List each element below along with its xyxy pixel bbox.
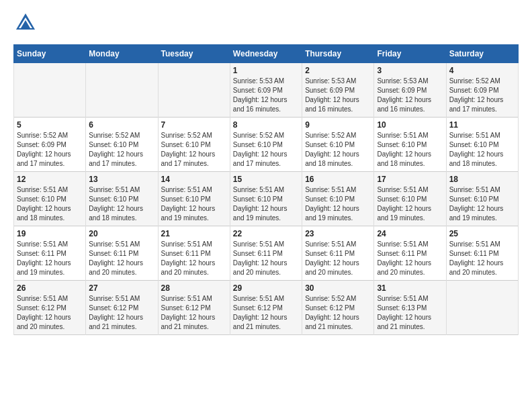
calendar-cell: 18Sunrise: 5:51 AM Sunset: 6:10 PM Dayli… <box>446 172 518 226</box>
calendar-cell: 14Sunrise: 5:51 AM Sunset: 6:10 PM Dayli… <box>158 172 230 226</box>
calendar-week-row: 12Sunrise: 5:51 AM Sunset: 6:10 PM Dayli… <box>14 172 519 226</box>
calendar-cell: 7Sunrise: 5:52 AM Sunset: 6:10 PM Daylig… <box>158 118 230 172</box>
day-number: 20 <box>89 229 154 238</box>
day-info: Sunrise: 5:51 AM Sunset: 6:11 PM Dayligh… <box>449 240 515 277</box>
calendar-cell: 6Sunrise: 5:52 AM Sunset: 6:10 PM Daylig… <box>86 118 158 172</box>
calendar-table: SundayMondayTuesdayWednesdayThursdayFrid… <box>13 44 519 335</box>
day-number: 5 <box>17 120 83 130</box>
day-info: Sunrise: 5:51 AM Sunset: 6:10 PM Dayligh… <box>161 185 227 223</box>
calendar-week-row: 26Sunrise: 5:51 AM Sunset: 6:12 PM Dayli… <box>14 281 519 335</box>
day-info: Sunrise: 5:51 AM Sunset: 6:10 PM Dayligh… <box>449 185 515 223</box>
day-number: 27 <box>89 283 154 293</box>
header-friday: Friday <box>374 45 446 63</box>
day-info: Sunrise: 5:52 AM Sunset: 6:10 PM Dayligh… <box>305 131 371 169</box>
page-header <box>13 11 519 38</box>
day-info: Sunrise: 5:51 AM Sunset: 6:10 PM Dayligh… <box>377 185 443 223</box>
day-info: Sunrise: 5:51 AM Sunset: 6:13 PM Dayligh… <box>377 294 443 332</box>
day-info: Sunrise: 5:52 AM Sunset: 6:10 PM Dayligh… <box>161 131 227 169</box>
day-info: Sunrise: 5:51 AM Sunset: 6:12 PM Dayligh… <box>17 294 83 332</box>
calendar-cell: 30Sunrise: 5:52 AM Sunset: 6:12 PM Dayli… <box>302 281 374 335</box>
day-info: Sunrise: 5:51 AM Sunset: 6:11 PM Dayligh… <box>377 240 443 277</box>
calendar-cell: 2Sunrise: 5:53 AM Sunset: 6:09 PM Daylig… <box>302 63 374 118</box>
calendar-header-row: SundayMondayTuesdayWednesdayThursdayFrid… <box>14 45 519 63</box>
day-number: 4 <box>449 66 515 75</box>
calendar-cell: 23Sunrise: 5:51 AM Sunset: 6:11 PM Dayli… <box>302 226 374 281</box>
calendar-cell: 17Sunrise: 5:51 AM Sunset: 6:10 PM Dayli… <box>374 172 446 226</box>
day-info: Sunrise: 5:53 AM Sunset: 6:09 PM Dayligh… <box>233 77 299 114</box>
calendar-cell: 11Sunrise: 5:51 AM Sunset: 6:10 PM Dayli… <box>446 118 518 172</box>
day-number: 8 <box>233 120 299 130</box>
calendar-cell: 5Sunrise: 5:52 AM Sunset: 6:09 PM Daylig… <box>14 118 86 172</box>
calendar-cell <box>158 63 230 118</box>
header-sunday: Sunday <box>14 45 86 63</box>
day-number: 31 <box>377 283 443 293</box>
day-info: Sunrise: 5:52 AM Sunset: 6:10 PM Dayligh… <box>233 131 299 169</box>
day-info: Sunrise: 5:51 AM Sunset: 6:10 PM Dayligh… <box>449 131 515 169</box>
calendar-week-row: 1Sunrise: 5:53 AM Sunset: 6:09 PM Daylig… <box>14 63 519 118</box>
header-saturday: Saturday <box>446 45 518 63</box>
calendar-cell: 8Sunrise: 5:52 AM Sunset: 6:10 PM Daylig… <box>230 118 302 172</box>
day-number: 9 <box>305 120 371 130</box>
calendar-cell: 21Sunrise: 5:51 AM Sunset: 6:11 PM Dayli… <box>158 226 230 281</box>
day-info: Sunrise: 5:51 AM Sunset: 6:11 PM Dayligh… <box>233 240 299 277</box>
calendar-cell: 24Sunrise: 5:51 AM Sunset: 6:11 PM Dayli… <box>374 226 446 281</box>
day-info: Sunrise: 5:52 AM Sunset: 6:12 PM Dayligh… <box>305 294 371 332</box>
day-info: Sunrise: 5:51 AM Sunset: 6:10 PM Dayligh… <box>17 185 83 223</box>
day-info: Sunrise: 5:51 AM Sunset: 6:10 PM Dayligh… <box>377 131 443 169</box>
day-number: 30 <box>305 283 371 293</box>
calendar-cell: 29Sunrise: 5:51 AM Sunset: 6:12 PM Dayli… <box>230 281 302 335</box>
day-number: 29 <box>233 283 299 293</box>
day-number: 22 <box>233 229 299 238</box>
day-number: 15 <box>233 175 299 184</box>
day-number: 26 <box>17 283 83 293</box>
calendar-cell: 19Sunrise: 5:51 AM Sunset: 6:11 PM Dayli… <box>14 226 86 281</box>
day-info: Sunrise: 5:51 AM Sunset: 6:11 PM Dayligh… <box>89 240 154 277</box>
header-thursday: Thursday <box>302 45 374 63</box>
day-number: 25 <box>449 229 515 238</box>
day-info: Sunrise: 5:51 AM Sunset: 6:11 PM Dayligh… <box>305 240 371 277</box>
day-number: 13 <box>89 175 154 184</box>
day-number: 21 <box>161 229 227 238</box>
day-info: Sunrise: 5:51 AM Sunset: 6:10 PM Dayligh… <box>305 185 371 223</box>
day-number: 6 <box>89 120 154 130</box>
day-number: 24 <box>377 229 443 238</box>
day-info: Sunrise: 5:51 AM Sunset: 6:10 PM Dayligh… <box>89 185 154 223</box>
calendar-cell <box>14 63 86 118</box>
calendar-cell: 1Sunrise: 5:53 AM Sunset: 6:09 PM Daylig… <box>230 63 302 118</box>
calendar-cell: 31Sunrise: 5:51 AM Sunset: 6:13 PM Dayli… <box>374 281 446 335</box>
day-info: Sunrise: 5:51 AM Sunset: 6:12 PM Dayligh… <box>89 294 154 332</box>
calendar-cell: 4Sunrise: 5:52 AM Sunset: 6:09 PM Daylig… <box>446 63 518 118</box>
calendar-cell: 22Sunrise: 5:51 AM Sunset: 6:11 PM Dayli… <box>230 226 302 281</box>
calendar-cell: 25Sunrise: 5:51 AM Sunset: 6:11 PM Dayli… <box>446 226 518 281</box>
calendar-week-row: 19Sunrise: 5:51 AM Sunset: 6:11 PM Dayli… <box>14 226 519 281</box>
calendar-cell <box>446 281 518 335</box>
calendar-cell: 10Sunrise: 5:51 AM Sunset: 6:10 PM Dayli… <box>374 118 446 172</box>
calendar-cell: 26Sunrise: 5:51 AM Sunset: 6:12 PM Dayli… <box>14 281 86 335</box>
calendar-cell: 9Sunrise: 5:52 AM Sunset: 6:10 PM Daylig… <box>302 118 374 172</box>
day-number: 18 <box>449 175 515 184</box>
calendar-cell: 12Sunrise: 5:51 AM Sunset: 6:10 PM Dayli… <box>14 172 86 226</box>
header-tuesday: Tuesday <box>158 45 230 63</box>
logo-icon <box>13 11 38 35</box>
calendar-week-row: 5Sunrise: 5:52 AM Sunset: 6:09 PM Daylig… <box>14 118 519 172</box>
day-number: 1 <box>233 66 299 75</box>
day-info: Sunrise: 5:51 AM Sunset: 6:12 PM Dayligh… <box>233 294 299 332</box>
calendar-cell: 13Sunrise: 5:51 AM Sunset: 6:10 PM Dayli… <box>86 172 158 226</box>
day-number: 3 <box>377 66 443 75</box>
day-info: Sunrise: 5:53 AM Sunset: 6:09 PM Dayligh… <box>377 77 443 114</box>
calendar-cell: 3Sunrise: 5:53 AM Sunset: 6:09 PM Daylig… <box>374 63 446 118</box>
calendar-cell: 20Sunrise: 5:51 AM Sunset: 6:11 PM Dayli… <box>86 226 158 281</box>
day-info: Sunrise: 5:52 AM Sunset: 6:09 PM Dayligh… <box>17 131 83 169</box>
day-info: Sunrise: 5:52 AM Sunset: 6:10 PM Dayligh… <box>89 131 154 169</box>
day-info: Sunrise: 5:51 AM Sunset: 6:10 PM Dayligh… <box>233 185 299 223</box>
day-info: Sunrise: 5:53 AM Sunset: 6:09 PM Dayligh… <box>305 77 371 114</box>
day-info: Sunrise: 5:51 AM Sunset: 6:12 PM Dayligh… <box>161 294 227 332</box>
calendar-cell: 28Sunrise: 5:51 AM Sunset: 6:12 PM Dayli… <box>158 281 230 335</box>
header-wednesday: Wednesday <box>230 45 302 63</box>
day-info: Sunrise: 5:52 AM Sunset: 6:09 PM Dayligh… <box>449 77 515 114</box>
calendar-cell: 16Sunrise: 5:51 AM Sunset: 6:10 PM Dayli… <box>302 172 374 226</box>
day-number: 28 <box>161 283 227 293</box>
day-number: 23 <box>305 229 371 238</box>
day-info: Sunrise: 5:51 AM Sunset: 6:11 PM Dayligh… <box>17 240 83 277</box>
calendar-cell: 15Sunrise: 5:51 AM Sunset: 6:10 PM Dayli… <box>230 172 302 226</box>
